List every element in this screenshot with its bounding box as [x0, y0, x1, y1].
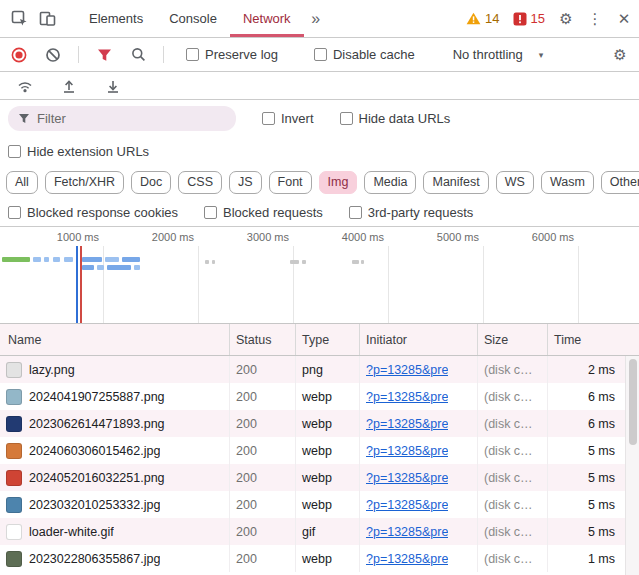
preserve-log-label: Preserve log — [205, 47, 278, 62]
checkbox-box[interactable] — [262, 112, 275, 125]
type-filter-wasm[interactable]: Wasm — [541, 171, 594, 194]
clear-button[interactable] — [40, 42, 66, 68]
table-row[interactable]: 2024060306015462.jpg 200 webp ?p=13285&p… — [0, 437, 639, 464]
hide-data-urls-checkbox[interactable]: Hide data URLs — [340, 111, 451, 126]
toolbar-divider — [163, 46, 164, 63]
type-filter-font[interactable]: Font — [269, 171, 312, 194]
file-thumbnail-icon — [6, 443, 22, 459]
initiator-link[interactable]: ?p=13285&pre — [366, 390, 448, 404]
scrollbar-thumb[interactable] — [629, 359, 637, 445]
request-size: (disk c… — [478, 464, 548, 491]
more-tabs-button[interactable]: » — [304, 6, 328, 32]
file-thumbnail-icon — [6, 416, 22, 432]
load-event-marker — [76, 246, 78, 323]
initiator-link[interactable]: ?p=13285&pre — [366, 363, 448, 377]
checkbox-box[interactable] — [349, 206, 362, 219]
network-conditions-button[interactable] — [12, 73, 38, 99]
invert-checkbox[interactable]: Invert — [262, 111, 314, 126]
hide-extension-urls-checkbox[interactable]: Hide extension URLs — [8, 144, 149, 159]
table-row[interactable]: loader-white.gif 200 gif ?p=13285&pre (d… — [0, 518, 639, 545]
initiator-link[interactable]: ?p=13285&pre — [366, 552, 448, 566]
device-toolbar-button[interactable] — [34, 6, 60, 32]
issues-indicator[interactable]: 15 — [508, 11, 550, 26]
initiator-link[interactable]: ?p=13285&pre — [366, 498, 448, 512]
checkbox-box[interactable] — [186, 48, 199, 61]
blocked-response-cookies-checkbox[interactable]: Blocked response cookies — [8, 205, 178, 220]
checkbox-box[interactable] — [8, 206, 21, 219]
waterfall-bar — [53, 257, 60, 262]
request-time: 5 ms — [548, 491, 625, 518]
type-filter-ws[interactable]: WS — [496, 171, 534, 194]
overview-gridline — [483, 246, 484, 323]
type-filter-doc[interactable]: Doc — [131, 171, 171, 194]
settings-button[interactable]: ⚙ — [553, 6, 579, 32]
table-row[interactable]: 2023062614471893.png 200 webp ?p=13285&p… — [0, 410, 639, 437]
request-time: 5 ms — [548, 464, 625, 491]
type-filter-manifest[interactable]: Manifest — [423, 171, 488, 194]
throttling-select[interactable]: No throttling ▾ — [447, 44, 550, 65]
filter-row: Invert Hide data URLs — [0, 100, 639, 136]
tabbar-left-icons — [0, 0, 66, 37]
search-icon — [131, 47, 146, 62]
type-filter-other[interactable]: Other — [601, 171, 639, 194]
initiator-link[interactable]: ?p=13285&pre — [366, 525, 448, 539]
initiator-link[interactable]: ?p=13285&pre — [366, 471, 448, 485]
request-type: webp — [296, 545, 360, 572]
checkbox-box[interactable] — [340, 112, 353, 125]
file-thumbnail-icon — [6, 524, 22, 540]
tab-console[interactable]: Console — [156, 0, 230, 37]
warnings-indicator[interactable]: 14 — [461, 11, 504, 26]
initiator-link[interactable]: ?p=13285&pre — [366, 417, 448, 431]
checkbox-box[interactable] — [204, 206, 217, 219]
request-size: (disk c… — [478, 491, 548, 518]
third-party-requests-checkbox[interactable]: 3rd-party requests — [349, 205, 474, 220]
type-filter-img[interactable]: Img — [319, 171, 358, 194]
type-filter-css[interactable]: CSS — [178, 171, 222, 194]
hide-extension-urls-row: Hide extension URLs — [0, 136, 639, 166]
kebab-menu-button[interactable]: ⋮ — [582, 6, 608, 32]
column-header-time[interactable]: Time — [548, 324, 639, 355]
type-filter-fetch-xhr[interactable]: Fetch/XHR — [45, 171, 124, 194]
request-name: 2023022806355867.jpg — [29, 552, 160, 566]
overview-tick-label: 1000 ms — [39, 231, 99, 243]
file-thumbnail-icon — [6, 497, 22, 513]
initiator-link[interactable]: ?p=13285&pre — [366, 444, 448, 458]
network-toolbar: Preserve log Disable cache No throttling… — [0, 38, 639, 72]
issues-count: 15 — [531, 11, 545, 26]
table-row[interactable]: 2024041907255887.png 200 webp ?p=13285&p… — [0, 383, 639, 410]
column-header-status[interactable]: Status — [230, 324, 296, 355]
type-filter-media[interactable]: Media — [364, 171, 416, 194]
preserve-log-checkbox[interactable]: Preserve log — [186, 47, 278, 62]
table-scrollbar[interactable] — [625, 356, 639, 575]
filter-input[interactable] — [37, 111, 226, 126]
search-button[interactable] — [125, 42, 151, 68]
filter-toggle-button[interactable] — [91, 42, 117, 68]
type-filter-all[interactable]: All — [6, 171, 38, 194]
column-header-size[interactable]: Size — [478, 324, 548, 355]
inspect-element-button[interactable] — [6, 6, 32, 32]
tab-elements[interactable]: Elements — [76, 0, 156, 37]
blocked-requests-checkbox[interactable]: Blocked requests — [204, 205, 323, 220]
filter-input-container — [8, 106, 236, 131]
export-har-button[interactable] — [100, 73, 126, 99]
table-row[interactable]: lazy.png 200 png ?p=13285&pre (disk c… 2… — [0, 356, 639, 383]
checkbox-box[interactable] — [8, 145, 21, 158]
close-devtools-button[interactable]: ✕ — [611, 6, 637, 32]
warning-count: 14 — [485, 11, 499, 26]
tab-network[interactable]: Network — [230, 0, 304, 37]
table-row[interactable]: 2023032010253332.jpg 200 webp ?p=13285&p… — [0, 491, 639, 518]
waterfall-bar — [290, 260, 299, 264]
type-filter-js[interactable]: JS — [229, 171, 262, 194]
record-button[interactable] — [6, 42, 32, 68]
table-row[interactable]: 2024052016032251.png 200 webp ?p=13285&p… — [0, 464, 639, 491]
column-header-initiator[interactable]: Initiator — [360, 324, 478, 355]
request-time: 6 ms — [548, 383, 625, 410]
network-settings-button[interactable]: ⚙ — [607, 42, 633, 68]
table-row[interactable]: 2023022806355867.jpg 200 webp ?p=13285&p… — [0, 545, 639, 572]
import-har-button[interactable] — [56, 73, 82, 99]
waterfall-overview[interactable]: 1000 ms2000 ms3000 ms4000 ms5000 ms6000 … — [0, 227, 639, 324]
column-header-type[interactable]: Type — [296, 324, 360, 355]
column-header-name[interactable]: Name — [0, 324, 230, 355]
disable-cache-checkbox[interactable]: Disable cache — [314, 47, 415, 62]
checkbox-box[interactable] — [314, 48, 327, 61]
